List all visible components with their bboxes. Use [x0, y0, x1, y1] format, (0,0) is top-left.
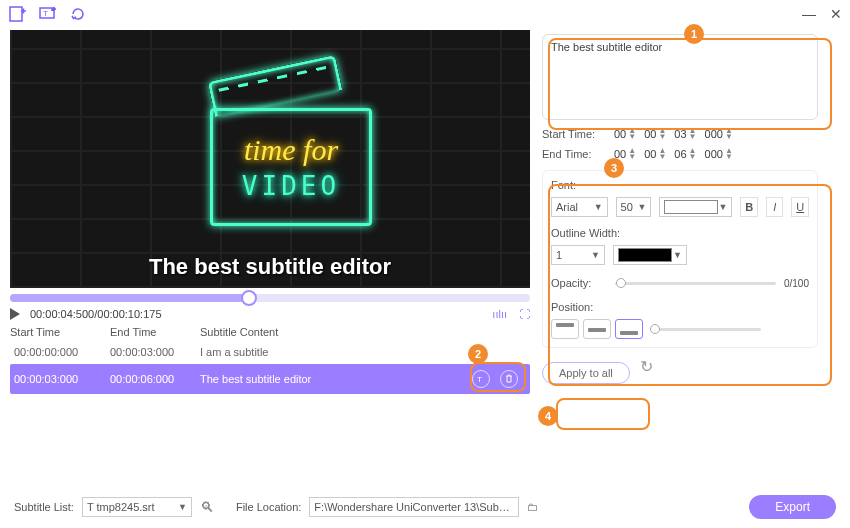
reset-icon[interactable]: ↻	[640, 357, 653, 376]
fullscreen-icon[interactable]: ⛶	[519, 308, 530, 320]
subtitle-row-selected[interactable]: 00:00:03:000 00:00:06:000 The best subti…	[10, 364, 530, 394]
waveform-icon[interactable]: ıılıı	[492, 308, 507, 320]
apply-to-all-button[interactable]: Apply to all	[542, 362, 630, 384]
position-top[interactable]	[551, 319, 579, 339]
font-color-select[interactable]: ▼	[659, 197, 732, 217]
svg-text:T: T	[43, 9, 48, 18]
refresh-icon[interactable]	[68, 4, 88, 24]
end-hour-spinner[interactable]: 00▲▼	[614, 148, 636, 160]
outline-color-select[interactable]: ▼	[613, 245, 687, 265]
play-button[interactable]	[10, 308, 20, 320]
video-preview: time for VIDEO The best subtitle editor	[10, 30, 530, 288]
opacity-label: Opacity:	[551, 277, 607, 289]
opacity-slider[interactable]	[615, 282, 776, 285]
col-header-content: Subtitle Content	[200, 326, 530, 338]
subtitle-overlay: The best subtitle editor	[10, 254, 530, 280]
search-icon[interactable]: 🔍︎	[200, 499, 214, 515]
start-sec-spinner[interactable]: 03▲▼	[674, 128, 696, 140]
start-min-spinner[interactable]: 00▲▼	[644, 128, 666, 140]
position-label: Position:	[551, 301, 809, 313]
neon-text-line2: VIDEO	[242, 171, 340, 201]
font-family-select[interactable]: Arial▼	[551, 197, 608, 217]
underline-button[interactable]: U	[791, 197, 809, 217]
end-ms-spinner[interactable]: 000▲▼	[705, 148, 733, 160]
titlebar: T — ✕	[0, 0, 850, 28]
timeline-scrubber[interactable]	[10, 294, 530, 302]
file-location-field[interactable]: F:\Wondershare UniConverter 13\SubEdi	[309, 497, 519, 517]
font-panel: Font: Arial▼ 50▼ ▼ B I U Outline Width: …	[542, 170, 818, 348]
neon-text-line1: time for	[244, 133, 338, 167]
end-sec-spinner[interactable]: 06▲▼	[674, 148, 696, 160]
subtitle-text-input[interactable]: The best subtitle editor	[542, 34, 818, 120]
start-ms-spinner[interactable]: 000▲▼	[705, 128, 733, 140]
position-middle[interactable]	[583, 319, 611, 339]
footer: Subtitle List: T tmp8245.srt▼ 🔍︎ File Lo…	[0, 486, 850, 528]
add-subtitle-icon[interactable]: T	[38, 4, 58, 24]
export-button[interactable]: Export	[749, 495, 836, 519]
font-size-select[interactable]: 50▼	[616, 197, 652, 217]
svg-rect-0	[10, 7, 22, 21]
opacity-value: 0/100	[784, 278, 809, 289]
col-header-end: End Time	[110, 326, 200, 338]
subtitle-row[interactable]: 00:00:00:000 00:00:03:000 I am a subtitl…	[10, 340, 530, 364]
minimize-button[interactable]: —	[802, 6, 816, 22]
time-display: 00:00:04:500/00:00:10:175	[30, 308, 162, 320]
outline-width-select[interactable]: 1▼	[551, 245, 605, 265]
add-file-icon[interactable]	[8, 4, 28, 24]
bold-button[interactable]: B	[740, 197, 758, 217]
row-edit-icon[interactable]: T	[472, 370, 490, 388]
browse-folder-icon[interactable]: 🗀	[527, 501, 538, 513]
end-time-label: End Time:	[542, 148, 614, 160]
close-button[interactable]: ✕	[830, 6, 842, 22]
start-time-label: Start Time:	[542, 128, 614, 140]
font-label: Font:	[551, 179, 809, 191]
subtitle-list-label: Subtitle List:	[14, 501, 74, 513]
position-slider[interactable]	[651, 328, 761, 331]
subtitle-table-header: Start Time End Time Subtitle Content	[10, 324, 530, 340]
row-delete-icon[interactable]	[500, 370, 518, 388]
position-bottom[interactable]	[615, 319, 643, 339]
subtitle-file-select[interactable]: T tmp8245.srt▼	[82, 497, 192, 517]
col-header-start: Start Time	[10, 326, 110, 338]
end-min-spinner[interactable]: 00▲▼	[644, 148, 666, 160]
file-location-label: File Location:	[236, 501, 301, 513]
italic-button[interactable]: I	[766, 197, 784, 217]
start-hour-spinner[interactable]: 00▲▼	[614, 128, 636, 140]
svg-text:T: T	[477, 375, 482, 384]
outline-label: Outline Width:	[551, 227, 809, 239]
